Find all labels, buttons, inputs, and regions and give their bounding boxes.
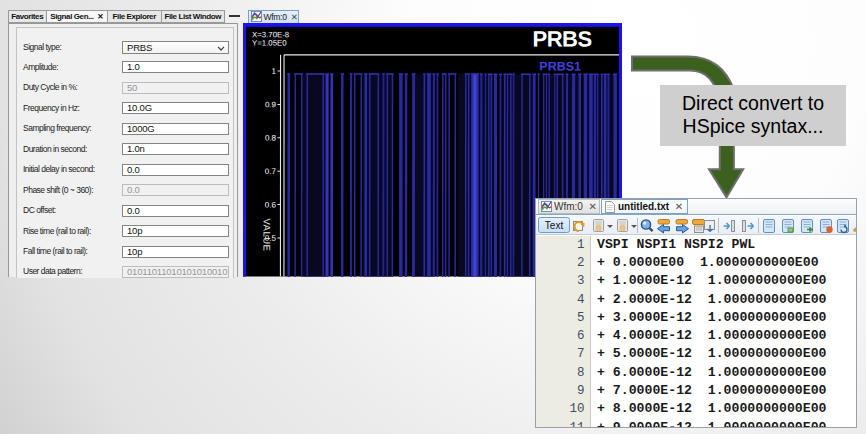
svg-text:PRBS1: PRBS1 <box>539 60 581 74</box>
svg-text:0.6: 0.6 <box>265 201 277 210</box>
svg-text:0.9: 0.9 <box>265 101 277 110</box>
svg-text:VALUE: VALUE <box>261 219 272 252</box>
svg-text:0.8: 0.8 <box>265 134 277 143</box>
svg-text:1: 1 <box>272 67 277 76</box>
svg-text:Y=1.05E0: Y=1.05E0 <box>252 39 287 48</box>
svg-text:PRBS: PRBS <box>533 27 592 52</box>
svg-text:0.7: 0.7 <box>265 167 277 176</box>
